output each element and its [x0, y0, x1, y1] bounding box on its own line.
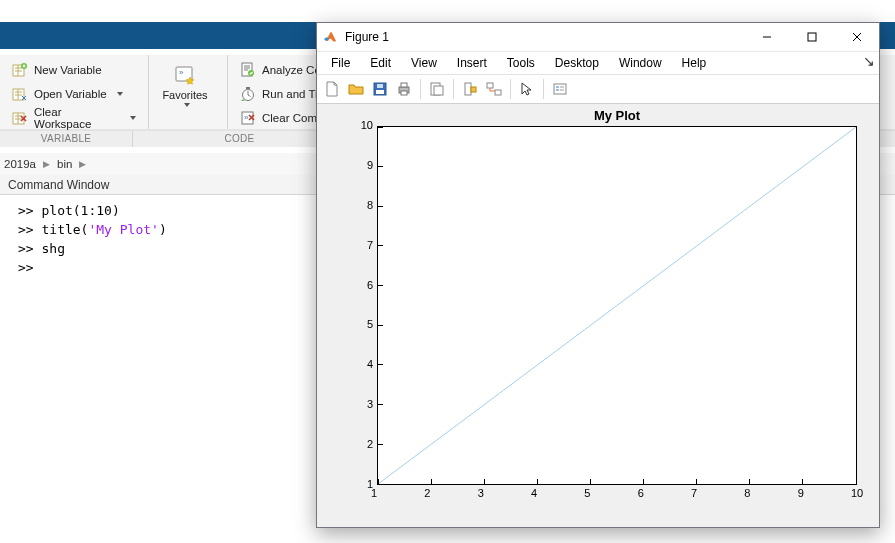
y-tick-label: 8 [351, 199, 373, 211]
favorites-icon: » [173, 63, 197, 87]
y-tick-label: 6 [351, 279, 373, 291]
link-plots-icon[interactable] [483, 78, 505, 100]
open-folder-icon[interactable] [345, 78, 367, 100]
x-tick-label: 10 [851, 487, 863, 499]
y-tick-label: 10 [351, 119, 373, 131]
x-tick-labels: 12345678910 [377, 487, 857, 503]
menu-desktop[interactable]: Desktop [545, 53, 609, 73]
cmd-line: title( [41, 222, 88, 237]
y-tick-labels: 12345678910 [351, 126, 373, 485]
chevron-down-icon [130, 116, 136, 120]
y-tick-label: 5 [351, 318, 373, 330]
menu-insert[interactable]: Insert [447, 53, 497, 73]
minimize-button[interactable] [744, 23, 789, 51]
menu-help[interactable]: Help [672, 53, 717, 73]
matlab-icon [323, 29, 339, 45]
cmd-string-literal: 'My Plot' [88, 222, 158, 237]
svg-rect-14 [376, 90, 384, 94]
cmd-line: plot(1:10) [41, 203, 119, 218]
chevron-down-icon [117, 92, 123, 96]
x-tick-label: 4 [531, 487, 537, 499]
new-variable-label: New Variable [34, 64, 102, 76]
svg-rect-20 [434, 86, 443, 95]
y-tick-label: 1 [351, 478, 373, 490]
svg-rect-25 [554, 84, 566, 94]
figure-titlebar[interactable]: Figure 1 [317, 23, 879, 52]
clear-workspace-icon [12, 110, 28, 126]
x-tick-label: 3 [478, 487, 484, 499]
figure-toolbar [317, 75, 879, 104]
toolbar-separator [420, 79, 421, 99]
x-tick-label: 8 [744, 487, 750, 499]
x-tick-label: 9 [798, 487, 804, 499]
open-variable-icon [12, 86, 28, 102]
menu-edit[interactable]: Edit [360, 53, 401, 73]
svg-rect-17 [401, 83, 407, 87]
svg-rect-12 [808, 33, 816, 41]
close-button[interactable] [834, 23, 879, 51]
axes: My Plot 12345678910 12345678910 [377, 126, 857, 485]
svg-text:»: » [244, 113, 249, 122]
menu-view[interactable]: View [401, 53, 447, 73]
data-cursor-icon[interactable] [459, 78, 481, 100]
favorites-button[interactable]: » Favorites [157, 61, 213, 123]
dock-figure-icon[interactable]: ↘ [863, 53, 875, 69]
x-tick-label: 7 [691, 487, 697, 499]
svg-rect-21 [465, 83, 471, 95]
figure-window: Figure 1 File Edit View Insert Tools Des… [316, 22, 880, 528]
print-icon[interactable] [393, 78, 415, 100]
y-tick-label: 4 [351, 358, 373, 370]
favorites-section: » Favorites [149, 55, 227, 129]
x-tick-label: 6 [638, 487, 644, 499]
figure-canvas[interactable]: My Plot 12345678910 12345678910 [317, 104, 879, 527]
cmd-line: shg [41, 241, 64, 256]
run-and-time-icon [240, 86, 256, 102]
breadcrumb-separator: ▶ [79, 159, 86, 169]
y-tick-label: 9 [351, 159, 373, 171]
menu-file[interactable]: File [321, 53, 360, 73]
y-tick-label: 2 [351, 438, 373, 450]
clear-workspace-button[interactable]: Clear Workspace [8, 107, 140, 129]
page-setup-icon[interactable] [426, 78, 448, 100]
toolbar-separator [543, 79, 544, 99]
y-tick-label: 7 [351, 239, 373, 251]
svg-rect-18 [401, 91, 407, 95]
figure-menubar: File Edit View Insert Tools Desktop Wind… [317, 52, 879, 75]
favorites-label: Favorites [162, 89, 207, 101]
svg-rect-22 [471, 87, 476, 92]
x-tick-label: 5 [584, 487, 590, 499]
svg-text:»: » [179, 68, 184, 77]
analyze-code-icon [240, 62, 256, 78]
clear-commands-icon: » [240, 110, 256, 126]
code-section-label: CODE [133, 131, 347, 147]
open-variable-label: Open Variable [34, 88, 107, 100]
x-tick-label: 2 [424, 487, 430, 499]
new-variable-icon [12, 62, 28, 78]
svg-rect-15 [377, 84, 383, 88]
toolbar-separator [510, 79, 511, 99]
figure-title-text: Figure 1 [345, 30, 389, 44]
plot-area [377, 126, 857, 485]
breadcrumb-segment[interactable]: 2019a [4, 158, 36, 170]
save-icon[interactable] [369, 78, 391, 100]
new-file-icon[interactable] [321, 78, 343, 100]
svg-rect-23 [487, 83, 493, 88]
new-variable-button[interactable]: New Variable [8, 59, 106, 81]
y-tick-label: 3 [351, 398, 373, 410]
variable-section-label: VARIABLE [0, 131, 133, 147]
pointer-icon[interactable] [516, 78, 538, 100]
chevron-down-icon [184, 103, 190, 107]
toolbar-separator [453, 79, 454, 99]
menu-window[interactable]: Window [609, 53, 672, 73]
clear-workspace-label: Clear Workspace [34, 106, 120, 130]
svg-rect-24 [495, 90, 501, 95]
breadcrumb-segment[interactable]: bin [57, 158, 72, 170]
maximize-button[interactable] [789, 23, 834, 51]
line-plot [378, 127, 856, 484]
insert-legend-icon[interactable] [549, 78, 571, 100]
open-variable-button[interactable]: Open Variable [8, 83, 127, 105]
breadcrumb-separator: ▶ [43, 159, 50, 169]
menu-tools[interactable]: Tools [497, 53, 545, 73]
variable-section: New Variable Open Variable Clear Workspa… [0, 55, 149, 129]
svg-rect-9 [246, 87, 250, 89]
